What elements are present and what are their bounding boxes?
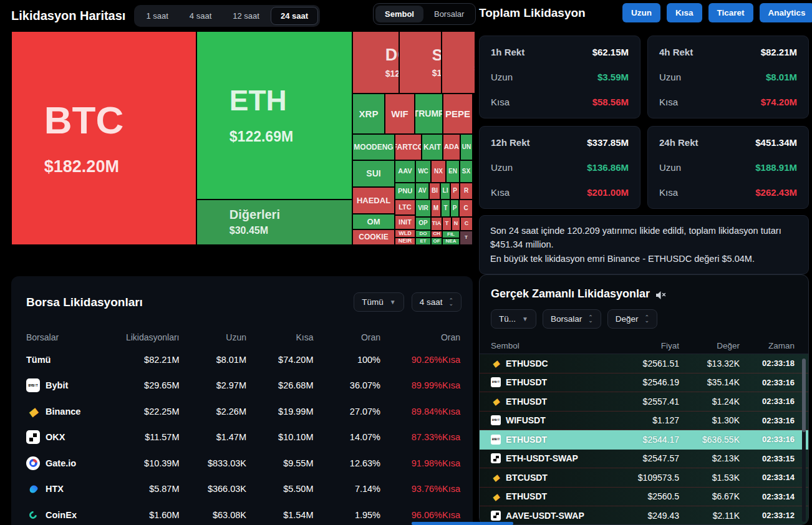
short-label: Kısa [659,187,678,198]
exchange-table-row[interactable]: Bybit $29.65M $2.97M $26.68M 36.07% 89.9… [11,373,473,399]
treemap-tile[interactable]: CH [431,231,442,238]
view-toggle-tab[interactable]: Borsalar [425,6,473,22]
treemap-tile[interactable]: OM [352,214,395,229]
time-filter-select[interactable]: 4 saat ⌃⌄ [412,292,462,312]
time-range-button[interactable]: 1 saat [136,7,178,25]
treemap-tile[interactable]: N [452,217,460,231]
treemap-tile[interactable]: SX [460,160,473,183]
treemap-tile[interactable]: LTC [395,200,415,215]
treemap-tile[interactable]: DOGE $12.26M [352,31,399,94]
header-action-button[interactable]: Uzun [622,3,660,22]
treemap-tile[interactable]: T [460,231,473,245]
treemap-tile[interactable]: PNU [395,183,415,200]
scrollbar-track[interactable] [802,359,806,522]
treemap-tile-value: $30.45M [230,225,268,236]
treemap-tile[interactable]: VIR [415,200,431,217]
treemap-tile[interactable]: XRP [352,94,385,134]
realtime-liquidation-row[interactable]: ETH-USDT-SWAP $2547.57 $2.13K 02:33:15 [480,450,808,469]
treemap-tile[interactable]: KAIT [422,134,443,160]
realtime-liquidation-row[interactable]: ETHUSDT $2560.5 $6.67K 02:33:14 [480,488,808,507]
exchange-table-row[interactable]: CoinEx $1.60M $63.08K $1.54M 1.95% 96.06… [11,502,473,525]
treemap-tile[interactable]: COOKIE [352,229,395,245]
treemap-tile[interactable]: T [441,200,450,217]
treemap-tile[interactable]: SUI [352,160,395,187]
treemap-tile-label: UN [462,144,471,151]
treemap-tile[interactable]: P [450,183,460,200]
realtime-liquidation-row[interactable]: ETHUSDT $2546.19 $35.14K 02:33:16 [480,373,808,393]
treemap-tile-label: T [445,221,449,226]
treemap-tile[interactable]: FARTCO [395,134,422,160]
treemap-tile[interactable]: NX [431,160,446,183]
treemap-tile[interactable]: MOODENG [352,134,395,160]
exchange-table-row[interactable]: Tümü $82.21M $8.01M $74.20M 100% 90.26%K… [11,347,473,373]
treemap-tile[interactable]: WC [415,160,431,183]
exchange-table-row[interactable]: HTX $5.87M $366.03K $5.50M 7.14% 93.76%K… [11,476,473,503]
horizontal-scrollbar-thumb[interactable] [412,522,513,525]
treemap-tile[interactable]: SOL $12.24M [399,31,442,94]
realtime-liquidation-row[interactable]: WIFUSDT $1.127 $1.30K 02:33:16 [480,412,808,431]
treemap-tile[interactable]: WIF [385,94,415,134]
treemap-tile[interactable]: AV [415,183,429,200]
treemap-tile[interactable]: TIA [431,217,442,231]
time: 02:33:18 [740,359,795,368]
view-toggle-tab[interactable]: Sembol [375,6,423,22]
treemap-tile[interactable]: NEA [442,238,460,245]
treemap-tile[interactable]: PEPE [443,94,473,134]
treemap-tile[interactable]: ADA [443,134,460,160]
treemap-tile[interactable]: BI [429,183,440,200]
short-amount: $9.55M [246,458,314,468]
realtime-value-filter[interactable]: Değer ⌃⌄ [607,309,657,329]
treemap-tile[interactable]: NEIR [395,238,415,245]
treemap-tile[interactable]: FIL [442,231,460,238]
short-ratio: 96.06%Kısa [380,510,460,520]
exchange-table-row[interactable]: Binance $22.25M $2.26M $19.99M 27.07% 89… [11,398,473,425]
realtime-liquidation-row[interactable]: ETHUSDT $2544.17 $636.55K 02:33:16 [480,430,808,450]
rekt-period-label: 4h Rekt [659,47,693,57]
treemap-tile[interactable]: P [450,200,459,217]
treemap-tile[interactable]: AAV [395,160,415,183]
liquidation-total: $82.21M [112,355,180,365]
exchange-name: Bybit [46,380,68,390]
treemap-tile[interactable]: BTC $182.20M [11,31,196,245]
treemap-tile[interactable]: C [459,200,473,217]
treemap-tile[interactable]: HAEDAL [352,187,395,214]
header-action-button[interactable]: Analytics [760,3,812,22]
treemap-tile[interactable]: M [431,200,441,217]
treemap-tile[interactable]: TRUMP [415,94,443,134]
treemap-tile[interactable]: INIT [395,215,415,229]
treemap-tile[interactable]: UN [460,134,473,160]
realtime-liquidation-row[interactable]: ETHUSDT $2557.41 $1.24K 02:33:16 [480,392,808,412]
treemap-tile[interactable]: 1000PEPE $9.09M [442,31,475,94]
time-range-button[interactable]: 12 saat [223,7,269,25]
treemap-tile[interactable]: ETH $122.69M [196,31,352,200]
treemap-tile[interactable]: WLD [395,229,415,238]
exchange-table-row[interactable]: OKX $11.57M $1.47M $10.10M 14.07% 87.33%… [11,425,473,451]
time-range-button[interactable]: 24 saat [271,7,318,25]
treemap-tile[interactable]: ET [415,238,431,245]
exchange-table-row[interactable]: Gate.io $10.39M $833.03K $9.55M 12.63% 9… [11,450,473,476]
realtime-liquidation-row[interactable]: ETHUSDC $2561.51 $13.32K 02:33:18 [480,354,808,373]
treemap-tile[interactable]: LI [440,183,450,200]
exchange-icon [26,456,40,470]
realtime-liquidation-row[interactable]: BTCUSDT $109573.5 $1.53K 02:33:14 [480,468,808,488]
treemap-tile[interactable]: R [460,183,473,200]
treemap-tile[interactable]: C [460,217,473,231]
time-range-button[interactable]: 4 saat [180,7,221,25]
header-action-button[interactable]: Ticaret [708,3,753,22]
treemap-tile-label: LTC [399,204,412,211]
treemap-tile[interactable]: OP [415,217,431,230]
speaker-muted-icon[interactable] [655,291,667,300]
realtime-exchange-filter[interactable]: Borsalar ⌃⌄ [543,309,601,329]
treemap-tile[interactable]: Diğerleri $30.45M [196,200,352,245]
treemap-tile-label: C [465,221,469,226]
scrollbar-thumb[interactable] [802,359,806,432]
realtime-coin-filter[interactable]: Tü... ▼ [491,309,536,329]
realtime-liquidation-row[interactable]: AAVE-USDT-SWAP $249.43 $2.11K 02:33:12 [480,506,808,525]
treemap-tile[interactable]: DO [415,230,431,238]
treemap-tile[interactable]: OF [431,238,442,245]
treemap-tile[interactable]: T [442,217,452,231]
coin-filter-select[interactable]: Tümü ▼ [354,292,404,312]
header-action-button[interactable]: Kısa [667,3,702,22]
treemap-tile-label: VIR [418,205,428,212]
treemap-tile[interactable]: EN [446,160,460,183]
